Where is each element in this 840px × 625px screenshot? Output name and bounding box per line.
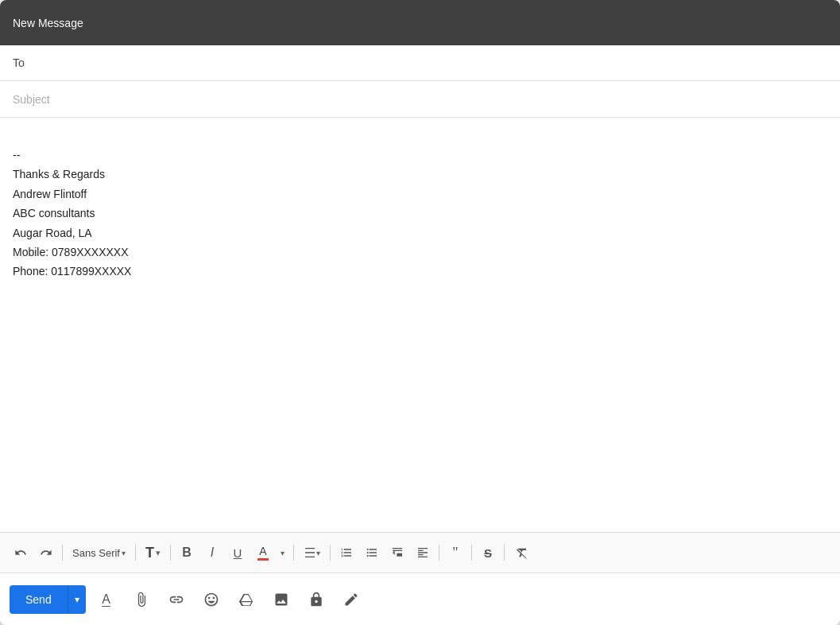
signature-phone: Phone: 0117899XXXXX [13, 262, 827, 280]
font-family-label: Sans Serif [72, 547, 120, 559]
signature-button[interactable] [337, 585, 366, 614]
strikethrough-label: S [484, 546, 492, 560]
send-arrow-icon: ▾ [75, 594, 79, 605]
align-button[interactable]: ▾ [299, 542, 325, 564]
font-family-selector[interactable]: Sans Serif ▾ [68, 545, 130, 561]
send-button[interactable]: Send [10, 585, 68, 614]
toolbar-separator-4 [293, 545, 294, 561]
attach-button[interactable] [127, 585, 156, 614]
font-size-arrow: ▾ [156, 548, 161, 558]
subject-field-row [0, 81, 840, 117]
italic-label: I [211, 545, 214, 560]
toolbar-separator-6 [439, 545, 439, 561]
toolbar-separator-5 [330, 545, 331, 561]
indent-more-button[interactable] [412, 542, 434, 564]
to-label: To [13, 56, 52, 69]
send-button-group: Send ▾ [10, 585, 86, 614]
clear-format-button[interactable] [509, 542, 533, 564]
redo-button[interactable] [35, 542, 57, 564]
compose-body[interactable]: -- Thanks & Regards Andrew Flintoff ABC … [0, 118, 840, 532]
toolbar-separator-3 [170, 545, 171, 561]
font-color-arrow[interactable]: ▾ [277, 542, 288, 564]
undo-button[interactable] [10, 542, 32, 564]
compose-window: New Message To -- Thanks & Regards Andre… [0, 0, 840, 625]
font-size-button[interactable]: T ▾ [141, 542, 165, 564]
format-text-icon: A [102, 592, 110, 607]
strikethrough-button[interactable]: S [477, 542, 499, 564]
bold-button[interactable]: B [176, 542, 198, 564]
send-arrow-button[interactable]: ▾ [68, 585, 86, 614]
formatting-toolbar: Sans Serif ▾ T ▾ B I U A ▾ ▾ [0, 532, 840, 573]
font-color-wrapper: A [257, 545, 269, 561]
format-text-button[interactable]: A [92, 585, 121, 614]
to-input[interactable] [52, 49, 827, 77]
signature-company: ABC consultants [13, 204, 827, 222]
link-button[interactable] [162, 585, 191, 614]
font-color-icon: A [259, 545, 266, 557]
drive-button[interactable] [232, 585, 261, 614]
email-signature: -- Thanks & Regards Andrew Flintoff ABC … [13, 146, 827, 281]
italic-button[interactable]: I [201, 542, 223, 564]
underline-button[interactable]: U [226, 542, 249, 564]
compose-footer: Send ▾ A [0, 573, 840, 625]
underline-label: U [234, 546, 242, 560]
signature-greeting: Thanks & Regards [13, 165, 827, 183]
compose-header: New Message [0, 0, 840, 45]
bullet-list-button[interactable] [361, 542, 383, 564]
blockquote-icon: " [452, 545, 458, 561]
font-color-underline [257, 558, 269, 561]
toolbar-separator-2 [135, 545, 136, 561]
font-family-arrow: ▾ [122, 549, 126, 557]
photo-button[interactable] [267, 585, 296, 614]
toolbar-separator-1 [62, 545, 63, 561]
signature-separator: -- [13, 146, 827, 164]
font-color-button[interactable]: A [252, 542, 274, 564]
signature-address: Augar Road, LA [13, 224, 827, 242]
subject-input[interactable] [13, 85, 827, 114]
compose-fields: To [0, 45, 840, 118]
bold-label: B [182, 545, 192, 560]
toolbar-separator-8 [504, 545, 505, 561]
confidential-button[interactable] [302, 585, 331, 614]
blockquote-button[interactable]: " [444, 542, 466, 564]
numbered-list-button[interactable] [335, 542, 358, 564]
signature-name: Andrew Flintoff [13, 185, 827, 203]
indent-less-button[interactable] [386, 542, 408, 564]
font-size-icon: T [145, 545, 154, 561]
signature-mobile: Mobile: 0789XXXXXXX [13, 243, 827, 261]
toolbar-separator-7 [471, 545, 472, 561]
emoji-button[interactable] [197, 585, 226, 614]
to-field-row: To [0, 45, 840, 81]
compose-title: New Message [13, 17, 83, 29]
